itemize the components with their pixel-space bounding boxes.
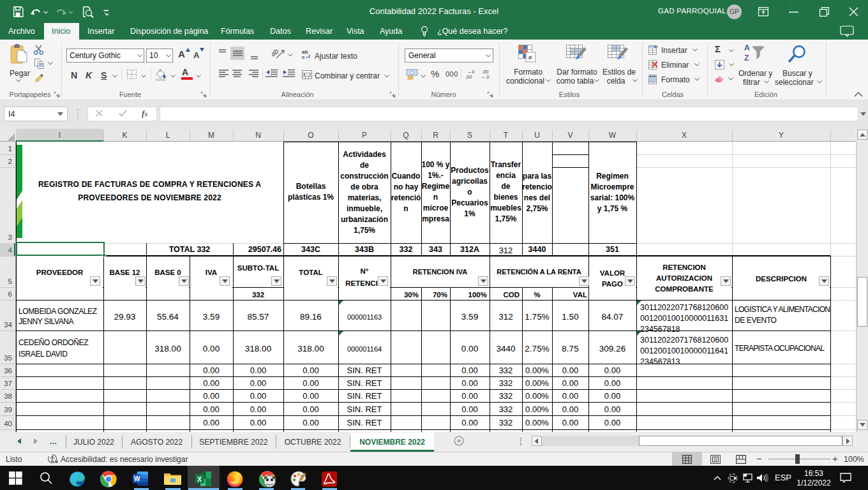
svg-text:,00: ,00 [465,74,472,80]
svg-text:c: c [302,54,305,59]
svg-text:≠: ≠ [528,54,532,61]
svg-text:X: X [197,475,202,483]
svg-text:→,0: →,0 [481,74,490,80]
svg-text:W: W [134,475,140,482]
